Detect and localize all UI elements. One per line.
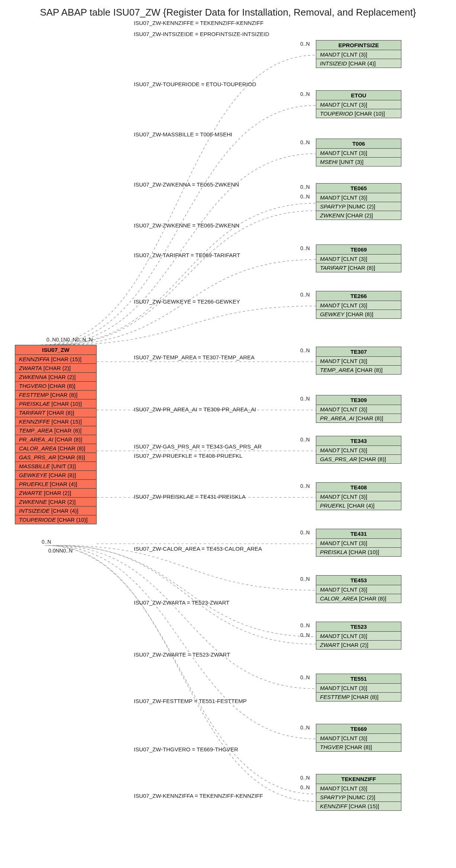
entity-te669: TE669MANDT [CLNT (3)]THGVER [CHAR (8)]	[316, 724, 401, 752]
entity-t006: T006MANDT [CLNT (3)]MSEHI [UNIT (3)]	[316, 139, 401, 166]
field-row: THGVERO [CHAR (8)]	[15, 382, 96, 391]
cardinality-label: 0..N	[300, 674, 310, 680]
cardinality-label: 0.0NN0..N	[48, 548, 72, 554]
cardinality-label: 0..N0.1N0..N0..N..N	[46, 337, 93, 343]
cardinality-label: 0..N	[300, 91, 310, 97]
field-row: SPARTYP [NUMC (2)]	[316, 793, 401, 802]
page-title: SAP ABAP table ISU07_ZW {Register Data f…	[0, 0, 456, 20]
edge-label: ISU07_ZW-PR_AREA_AI = TE309-PR_AREA_AI	[134, 406, 256, 412]
cardinality-label: 0..N	[300, 576, 310, 582]
entity-te065: TE065MANDT [CLNT (3)]SPARTYP [NUMC (2)]Z…	[316, 183, 401, 220]
field-row: KENNZIFFE [CHAR (15)]	[15, 417, 96, 426]
field-row: SPARTYP [NUMC (2)]	[316, 202, 401, 211]
entity-header: TE065	[316, 184, 401, 193]
entity-te309: TE309MANDT [CLNT (3)]PR_AREA_AI [CHAR (8…	[316, 395, 401, 423]
diagram-canvas: ISU07_ZWKENNZIFFA [CHAR (15)]ZWARTA [CHA…	[0, 20, 456, 867]
entity-te307: TE307MANDT [CLNT (3)]TEMP_AREA [CHAR (8)…	[316, 347, 401, 375]
field-row: INTSIZEIDE [CHAR (4)]	[15, 506, 96, 515]
field-row: PREISKLAE [CHAR (10)]	[15, 399, 96, 408]
edge-label: ISU07_ZW-PREISKLAE = TE431-PREISKLA	[134, 493, 246, 500]
cardinality-label: 0..N	[300, 184, 310, 190]
edge-label: ISU07_ZW-ZWARTA = TE523-ZWART	[134, 599, 229, 606]
edge-label: ISU07_ZW-CALOR_AREA = TE453-CALOR_AREA	[134, 545, 262, 552]
cardinality-label: 0..N	[300, 437, 310, 443]
entity-header: TE551	[316, 674, 401, 684]
field-row: GEWKEYE [CHAR (8)]	[15, 471, 96, 480]
entity-header: TE309	[316, 395, 401, 405]
field-row: FESTTEMP [CHAR (8)]	[15, 391, 96, 399]
field-row: ZWKENN [CHAR (2)]	[316, 211, 401, 220]
field-row: ZWKENNE [CHAR (2)]	[15, 498, 96, 506]
cardinality-label: 0..N	[300, 632, 310, 638]
field-row: MSEHI [UNIT (3)]	[316, 158, 401, 166]
field-row: MANDT [CLNT (3)]	[316, 539, 401, 548]
cardinality-label: 0..N	[42, 539, 51, 545]
entity-te431: TE431MANDT [CLNT (3)]PREISKLA [CHAR (10)…	[316, 529, 401, 557]
field-row: TEMP_AREA [CHAR (8)]	[316, 366, 401, 374]
entity-header: TE343	[316, 436, 401, 446]
field-row: MANDT [CLNT (3)]	[316, 585, 401, 594]
cardinality-label: 0..N	[300, 194, 310, 200]
field-row: ZWARTE [CHAR (2)]	[15, 489, 96, 498]
field-row: GAS_PRS_AR [CHAR (8)]	[316, 455, 401, 463]
entity-header: EPROFINTSIZE	[316, 41, 401, 50]
entity-te408: TE408MANDT [CLNT (3)]PRUEFKL [CHAR (4)]	[316, 482, 401, 510]
field-row: MANDT [CLNT (3)]	[316, 734, 401, 743]
entity-header: TE453	[316, 576, 401, 585]
field-row: MANDT [CLNT (3)]	[316, 405, 401, 414]
cardinality-label: 0..N	[300, 529, 310, 535]
field-row: MANDT [CLNT (3)]	[316, 193, 401, 202]
cardinality-label: 0..N	[300, 245, 310, 251]
cardinality-label: 0..N	[300, 483, 310, 489]
field-row: MANDT [CLNT (3)]	[316, 492, 401, 501]
field-row: TARIFART [CHAR (8)]	[316, 263, 401, 272]
cardinality-label: 0..N	[300, 41, 310, 47]
field-row: MANDT [CLNT (3)]	[316, 632, 401, 641]
field-row: GEWKEY [CHAR (8)]	[316, 310, 401, 318]
field-row: MANDT [CLNT (3)]	[316, 50, 401, 59]
entity-header: TE307	[316, 347, 401, 357]
cardinality-label: 0..N	[300, 622, 310, 628]
field-row: MANDT [CLNT (3)]	[316, 784, 401, 793]
field-row: MANDT [CLNT (3)]	[316, 684, 401, 693]
cardinality-label: 0..N	[300, 139, 310, 145]
field-row: MANDT [CLNT (3)]	[316, 149, 401, 158]
cardinality-label: 0..N	[300, 784, 310, 790]
field-row: MANDT [CLNT (3)]	[316, 255, 401, 263]
edge-label: ISU07_ZW-ZWKENNA = TE065-ZWKENN	[134, 181, 239, 188]
field-row: MANDT [CLNT (3)]	[316, 301, 401, 310]
entity-tekennziff: TEKENNZIFFMANDT [CLNT (3)]SPARTYP [NUMC …	[316, 774, 401, 811]
field-row: MASSBILLE [UNIT (3)]	[15, 462, 96, 471]
entity-header: ETOU	[316, 91, 401, 100]
entity-header: TE266	[316, 291, 401, 301]
field-row: ZWART [CHAR (2)]	[316, 641, 401, 649]
edge-label: ISU07_ZW-MASSBILLE = T006-MSEHI	[134, 131, 232, 137]
edge-label: ISU07_ZW-THGVERO = TE669-THGVER	[134, 746, 238, 752]
field-row: MANDT [CLNT (3)]	[316, 100, 401, 109]
entity-etou: ETOUMANDT [CLNT (3)]TOUPERIOD [CHAR (10)…	[316, 90, 401, 118]
edge-label: ISU07_ZW-INTSIZEIDE = EPROFINTSIZE-INTSI…	[134, 31, 269, 37]
edge-label: ISU07_ZW-TOUPERIODE = ETOU-TOUPERIOD	[134, 81, 256, 87]
entity-te343: TE343MANDT [CLNT (3)]GAS_PRS_AR [CHAR (8…	[316, 436, 401, 464]
edge-label: ISU07_ZW-ZWKENNE = TE065-ZWKENN	[134, 222, 239, 229]
edge-label: ISU07_ZW-KENNZIFFE = TEKENNZIFF-KENNZIFF	[134, 20, 263, 26]
cardinality-label: 0..N	[300, 725, 310, 731]
entity-te453: TE453MANDT [CLNT (3)]CALOR_AREA [CHAR (8…	[316, 575, 401, 603]
field-row: TOUPERIOD [CHAR (10)]	[316, 109, 401, 118]
field-row: KENNZIFF [CHAR (15)]	[316, 802, 401, 810]
field-row: INTSIZEID [CHAR (4)]	[316, 59, 401, 68]
entity-header: TE523	[316, 622, 401, 632]
edge-label: ISU07_ZW-ZWARTE = TE523-ZWART	[134, 651, 230, 658]
field-row: MANDT [CLNT (3)]	[316, 357, 401, 366]
field-row: ZWKENNA [CHAR (2)]	[15, 373, 96, 382]
field-row: CALOR_AREA [CHAR (8)]	[15, 444, 96, 453]
entity-te266: TE266MANDT [CLNT (3)]GEWKEY [CHAR (8)]	[316, 291, 401, 319]
cardinality-label: 0..N	[300, 775, 310, 781]
field-row: TARIFART [CHAR (8)]	[15, 408, 96, 417]
field-row: CALOR_AREA [CHAR (8)]	[316, 594, 401, 603]
cardinality-label: 0..N	[300, 292, 310, 298]
field-row: PREISKLA [CHAR (10)]	[316, 548, 401, 556]
field-row: PR_AREA_AI [CHAR (8)]	[15, 435, 96, 444]
entity-te069: TE069MANDT [CLNT (3)]TARIFART [CHAR (8)]	[316, 244, 401, 272]
field-row: ZWARTA [CHAR (2)]	[15, 364, 96, 373]
